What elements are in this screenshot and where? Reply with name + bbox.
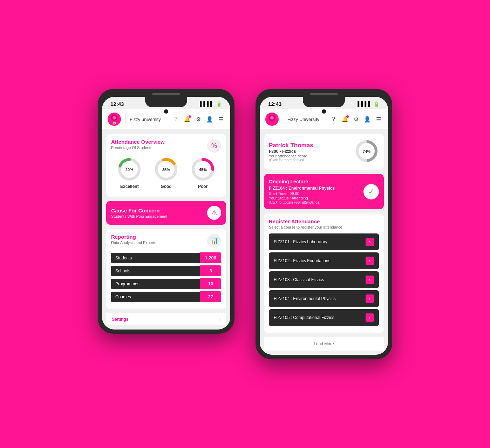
svg-text:35%: 35%: [162, 168, 170, 172]
ongoing-info: Ongoing Lecture FIZZ104 : Environmental …: [269, 179, 335, 204]
battery-icon-2: 🔋: [374, 101, 380, 107]
ongoing-status: Your Status : Attending: [269, 196, 335, 200]
check-circle-icon: ✓: [363, 184, 379, 199]
stats-list: Students 1,200 Schools 3 Programmes 10: [111, 252, 221, 302]
user-icon-1[interactable]: 👤: [206, 115, 213, 123]
app-name-2: Fizzy University: [287, 117, 327, 122]
course-row-5[interactable]: FIZZ105 : Computational Fizzics ›: [269, 309, 379, 326]
warning-icon[interactable]: ⚠: [207, 206, 221, 220]
phone-1: 12:43 ▌▌▌▌ 🔋 🐷 Fizzy universit: [98, 89, 234, 334]
phone-speaker-2: [310, 93, 338, 95]
bell-icon-1[interactable]: 🔔: [183, 115, 191, 123]
attendance-donut: 74%: [354, 139, 379, 163]
app-content-1: Attendance Overview Percentage Of Studen…: [102, 130, 230, 330]
donut-poor-svg: 45%: [190, 157, 216, 182]
percent-icon: %: [211, 142, 217, 150]
course-arrow-5[interactable]: ›: [366, 313, 374, 322]
header-icons-1: ? 🔔 ⚙ 👤 ☰: [172, 115, 225, 123]
ongoing-start-time: Start Time : 09:00: [269, 191, 335, 196]
students-value: 1,200: [200, 252, 221, 263]
course-name-5: FIZZ105 : Computational Fizzics: [274, 315, 334, 320]
menu-icon-1[interactable]: ☰: [217, 115, 225, 123]
svg-point-15: [270, 116, 274, 120]
ongoing-card[interactable]: Ongoing Lecture FIZZ104 : Environmental …: [264, 174, 384, 209]
svg-point-2: [113, 116, 116, 120]
settings-bar: Settings ›: [106, 313, 226, 325]
settings-arrow: ›: [219, 317, 220, 322]
register-title: Register Attendance: [269, 218, 379, 224]
reporting-text: Reporting Data Analysis and Exports: [111, 234, 156, 249]
reporting-header: Reporting Data Analysis and Exports 📊: [111, 234, 221, 249]
help-icon-1[interactable]: ?: [172, 115, 180, 123]
course-name-2: FIZZ102 : Fizzics Foundations: [274, 258, 330, 263]
ongoing-click-hint: (Click to update your attendance): [269, 201, 335, 204]
stat-courses[interactable]: Courses 27: [111, 291, 221, 302]
course-name-3: FIZZ103 : Classical Fizzics: [274, 277, 324, 282]
schools-label: Schools: [111, 266, 200, 276]
course-arrow-3[interactable]: ›: [366, 276, 374, 284]
user-name: Patrick Thomas: [269, 142, 313, 149]
attendance-subtitle: Percentage Of Students: [111, 145, 165, 150]
reporting-subtitle: Data Analysis and Exports: [111, 240, 156, 245]
ongoing-title: Ongoing Lecture: [269, 179, 335, 184]
phones-container: 12:43 ▌▌▌▌ 🔋 🐷 Fizzy universit: [98, 89, 392, 359]
attendance-card-1: Attendance Overview Percentage Of Studen…: [106, 134, 226, 197]
user-course: F300 - Fizzics: [269, 149, 313, 154]
reporting-icon[interactable]: 📊: [207, 234, 221, 248]
attendance-donut-container: 74%: [354, 139, 379, 165]
donut-poor: 45% Poor: [190, 157, 216, 189]
course-arrow-4[interactable]: ›: [366, 294, 374, 303]
course-row-3[interactable]: FIZZ103 : Classical Fizzics ›: [269, 271, 379, 288]
phone-2: 12:43 ▌▌▌▌ 🔋 Fizzy University: [256, 89, 392, 359]
user-icon-2[interactable]: 👤: [363, 115, 371, 123]
concern-card[interactable]: Cause For Concern Students With Poor Eng…: [106, 201, 226, 225]
stat-schools[interactable]: Schools 3: [111, 265, 221, 276]
courses-value: 27: [200, 291, 221, 302]
signal-icon-1: ▌▌▌▌: [200, 101, 214, 107]
attendance-icon[interactable]: %: [207, 139, 221, 153]
settings-icon-2[interactable]: ⚙: [352, 115, 360, 123]
donut-good-svg: 35%: [154, 157, 179, 182]
phone-1-inner: 12:43 ▌▌▌▌ 🔋 🐷 Fizzy universit: [102, 97, 230, 330]
logo-2[interactable]: [265, 113, 279, 126]
course-row-1[interactable]: FIZZ101 : Fizzics Laboratory ›: [269, 233, 379, 250]
load-more-bar[interactable]: Load More: [264, 337, 384, 351]
app-content-2: Patrick Thomas F300 - Fizzics Your atten…: [260, 130, 388, 355]
courses-label: Courses: [111, 292, 200, 302]
course-arrow-1[interactable]: ›: [366, 238, 374, 246]
phone-speaker-1: [152, 93, 180, 95]
course-arrow-2[interactable]: ›: [366, 257, 374, 265]
help-icon-2[interactable]: ?: [330, 115, 338, 123]
signal-icon-2: ▌▌▌▌: [358, 101, 372, 107]
attendance-click-hint: (Click for more details): [269, 158, 313, 162]
course-row-4[interactable]: FIZZ104 : Environmental Physics ›: [269, 290, 379, 307]
user-card[interactable]: Patrick Thomas F300 - Fizzics Your atten…: [264, 134, 384, 170]
logo-1[interactable]: 🐷: [108, 113, 121, 126]
course-row-2[interactable]: FIZZ102 : Fizzics Foundations ›: [269, 252, 379, 269]
svg-text:🐷: 🐷: [113, 121, 116, 125]
menu-icon-2[interactable]: ☰: [375, 115, 382, 123]
app-name-1: Fizzy university: [130, 117, 169, 122]
reporting-card: Reporting Data Analysis and Exports 📊 St…: [106, 229, 226, 309]
status-icons-2: ▌▌▌▌ 🔋: [358, 101, 380, 107]
settings-icon-1[interactable]: ⚙: [195, 115, 202, 123]
concern-title: Cause For Concern: [111, 208, 167, 213]
course-name-4: FIZZ104 : Environmental Physics: [274, 296, 336, 301]
user-info: Patrick Thomas F300 - Fizzics Your atten…: [269, 142, 313, 162]
attendance-title: Attendance Overview: [111, 139, 165, 145]
bell-icon-2[interactable]: 🔔: [341, 115, 349, 123]
programmes-label: Programmes: [111, 279, 200, 289]
notch-1: [145, 97, 187, 107]
donut-excellent-svg: 20%: [117, 157, 142, 182]
header-icons-2: ? 🔔 ⚙ 👤 ☰: [330, 115, 382, 123]
concern-subtitle: Students With Poor Engagement: [111, 214, 167, 218]
stat-programmes[interactable]: Programmes 10: [111, 278, 221, 289]
status-icons-1: ▌▌▌▌ 🔋: [200, 101, 222, 107]
load-more-label: Load More: [314, 341, 334, 346]
students-label: Students: [111, 253, 200, 263]
settings-label[interactable]: Settings: [112, 317, 128, 322]
time-2: 12:43: [268, 101, 281, 107]
stat-students[interactable]: Students 1,200: [111, 252, 221, 263]
excellent-label: Excellent: [120, 184, 139, 189]
schools-value: 3: [200, 265, 221, 276]
